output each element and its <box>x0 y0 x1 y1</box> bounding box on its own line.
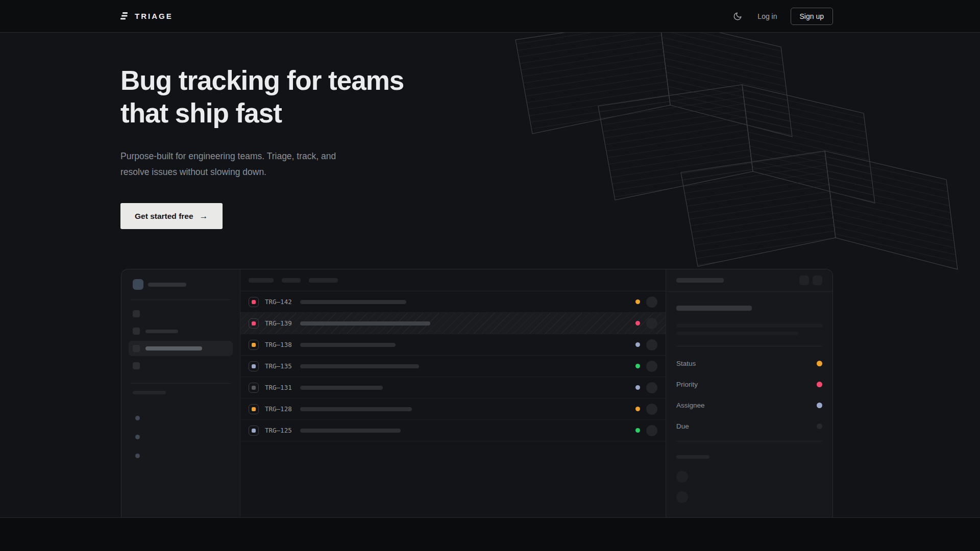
row-right <box>635 382 657 393</box>
tab-placeholder <box>282 278 301 283</box>
panel-header <box>666 269 832 292</box>
status-dot <box>635 321 640 325</box>
issue-id: TRG–142 <box>265 298 297 306</box>
issue-type-icon <box>249 361 259 371</box>
page-title: Bug tracking for teamsthat ship fast <box>120 64 404 130</box>
type-dot <box>252 386 256 390</box>
description-line <box>676 332 799 335</box>
issue-row: TRG–135 <box>240 356 666 377</box>
row-right <box>635 318 657 329</box>
triage-logo-icon <box>120 12 129 20</box>
type-dot <box>252 321 256 325</box>
status-dot <box>635 342 640 347</box>
field-list: StatusPriorityAssigneeDue <box>676 360 822 430</box>
issue-list-header <box>240 269 666 291</box>
hero-subtitle: Purpose-built for engineering teams. Tri… <box>120 148 336 180</box>
issue-type-icon <box>249 340 259 350</box>
detail-panel: StatusPriorityAssigneeDue <box>666 269 832 518</box>
tab-placeholder <box>249 278 274 283</box>
avatar <box>646 404 657 415</box>
issue-type-icon <box>249 404 259 414</box>
avatar <box>646 296 657 308</box>
issue-type-icon <box>249 318 259 329</box>
issue-id: TRG–125 <box>265 427 297 434</box>
field-row-status: Status <box>676 360 822 367</box>
workspace-name-placeholder <box>148 283 186 287</box>
panel-action-button <box>813 276 822 285</box>
field-row-due: Due <box>676 422 822 430</box>
nav-item-placeholder <box>145 330 178 333</box>
avatar <box>646 318 657 329</box>
field-label: Status <box>676 360 696 367</box>
issue-list: TRG–142TRG–139TRG–138TRG–135TRG–131TRG–1… <box>240 269 666 518</box>
issue-id: TRG–128 <box>265 405 297 413</box>
issue-rows: TRG–142TRG–139TRG–138TRG–135TRG–131TRG–1… <box>240 291 666 441</box>
get-started-button[interactable]: Get started free → <box>120 203 223 229</box>
theme-toggle-button[interactable] <box>731 10 744 23</box>
issue-title-placeholder <box>300 343 396 347</box>
next-section <box>0 517 980 551</box>
issue-title-placeholder <box>300 407 412 411</box>
title-line-1: Bug tracking for teams <box>120 65 404 95</box>
issue-type-icon <box>249 425 259 436</box>
row-right <box>635 296 657 308</box>
field-value-dot <box>817 361 822 366</box>
field-value-dot <box>817 423 822 429</box>
divider <box>676 441 822 441</box>
issue-row: TRG–138 <box>240 334 666 356</box>
avatar <box>646 425 657 436</box>
issue-title-placeholder <box>300 321 430 325</box>
avatar <box>646 339 657 350</box>
nav-item-icon <box>133 328 140 335</box>
cta-label: Get started free <box>135 212 193 221</box>
panel-actions <box>799 276 822 285</box>
field-value-dot <box>817 403 822 408</box>
row-right <box>635 404 657 415</box>
nav-right: Log in Sign up <box>731 8 833 25</box>
issue-row: TRG–131 <box>240 377 666 398</box>
row-right <box>635 361 657 372</box>
nav-item-icon <box>133 362 140 369</box>
signup-button[interactable]: Sign up <box>791 8 833 25</box>
issue-title-placeholder <box>300 429 401 433</box>
issue-id: TRG–131 <box>265 384 297 391</box>
tab-placeholder <box>309 278 338 283</box>
avatar <box>646 382 657 393</box>
moon-icon <box>733 12 742 21</box>
field-label: Priority <box>676 381 698 388</box>
brand: TRIAGE <box>120 12 173 20</box>
status-dot <box>635 407 640 411</box>
issue-row: TRG–128 <box>240 398 666 420</box>
status-dot <box>635 385 640 390</box>
top-nav: TRIAGE Log in Sign up <box>0 0 980 33</box>
avatar <box>646 361 657 372</box>
type-dot <box>252 300 256 304</box>
status-dot <box>635 428 640 433</box>
sidebar-nav-item <box>129 358 233 373</box>
panel-title-placeholder <box>676 278 724 283</box>
field-value-dot <box>817 382 822 387</box>
section-label-placeholder <box>133 391 166 394</box>
workspace-icon <box>133 279 143 290</box>
app-mockup-card: TRG–142TRG–139TRG–138TRG–135TRG–131TRG–1… <box>121 269 833 518</box>
issue-id: TRG–138 <box>265 341 297 348</box>
status-dot <box>635 364 640 368</box>
sidebar-dot <box>135 435 140 439</box>
issue-title-placeholder <box>676 306 752 311</box>
description-line <box>676 324 823 328</box>
issue-row: TRG–125 <box>240 420 666 441</box>
title-line-2: that ship fast <box>120 98 282 128</box>
login-link[interactable]: Log in <box>757 12 777 20</box>
divider <box>131 299 231 300</box>
issue-title-placeholder <box>300 300 406 304</box>
nav-item-icon <box>133 345 140 352</box>
issue-row: TRG–142 <box>240 291 666 313</box>
issue-id: TRG–135 <box>265 362 297 370</box>
sidebar-nav-item <box>129 306 233 321</box>
activity-label-placeholder <box>676 455 709 459</box>
issue-type-icon <box>249 297 259 307</box>
type-dot <box>252 364 256 368</box>
nav-item-icon <box>133 310 140 317</box>
sidebar-nav-item <box>129 323 233 339</box>
sidebar-dot <box>135 416 140 420</box>
